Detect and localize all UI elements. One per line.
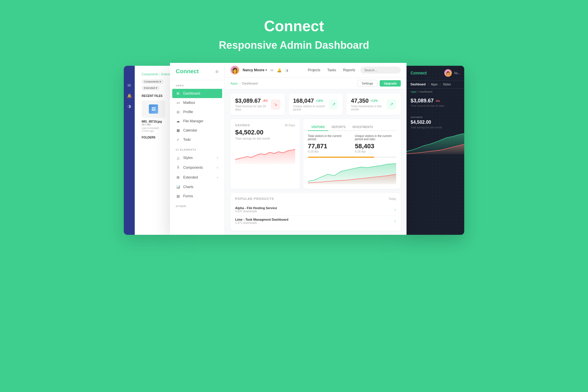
investments-value: 47,350	[351, 97, 368, 104]
sidebar-item-styles[interactable]: △ Styles +	[170, 153, 224, 163]
sidebar-item-file-manager[interactable]: ☁ File Manager	[170, 117, 224, 126]
revenue-label: Total revenue for last 20 days	[235, 105, 271, 111]
sidebar-item-calendar[interactable]: ▦ Calendar	[170, 126, 224, 135]
nav-bell-icon[interactable]: 🔔	[277, 68, 282, 72]
right-savings-label: SAVINGS	[407, 116, 464, 119]
right-savings-value: $4,502.00	[407, 119, 464, 126]
dashboard-sidebar: Connect ⊕ APPS ⊞ Dashboard ▭ Mailbox ◎ P…	[170, 63, 225, 235]
bell-icon[interactable]: 🔔	[127, 93, 132, 98]
left-file-panel: ✉ 🔔 ◑ Components › Extended Components ▾…	[124, 66, 170, 235]
breadcrumb-apps[interactable]: Apps	[231, 82, 238, 85]
visitors-bar-fill	[308, 157, 374, 158]
dash-layout: Connect ⊕ APPS ⊞ Dashboard ▭ Mailbox ◎ P…	[170, 63, 407, 235]
nav-reports[interactable]: Reports	[341, 68, 357, 72]
file-size: 657.9kb	[142, 123, 165, 126]
file-name: IMG_08719.jpg	[142, 120, 165, 123]
breadcrumb-bar: Apps / Dashboard Settings Upgrade	[225, 78, 407, 89]
nav-tasks[interactable]: Tasks	[325, 68, 338, 72]
visitors-col2-value: 58,403	[355, 142, 396, 150]
product-downloads-1: 1,971 downloads	[235, 221, 288, 224]
clock-icon[interactable]: ⊕	[215, 69, 219, 74]
moon-icon[interactable]: ◑	[128, 104, 131, 108]
user-name-text: Nancy Moore	[243, 68, 264, 72]
product-item-0: Alpha - File Hosting Service 4,037 downl…	[235, 204, 396, 215]
investments-badge: +12%	[370, 99, 378, 102]
hero-subtitle: Responsive Admin Dashboard	[6, 39, 582, 51]
savings-label: SAVINGS	[235, 124, 250, 127]
sidebar-item-dashboard[interactable]: ⊞ Dashboard	[172, 89, 222, 98]
sidebar-item-profile-label: Profile	[183, 110, 193, 114]
visitors-tabs: VISITORS REPORTS INVESTMENTS	[308, 124, 396, 131]
right-logo-text: Connect	[411, 71, 427, 75]
investments-label: Total Investments in this month	[351, 105, 387, 111]
styles-expand-icon[interactable]: +	[216, 155, 219, 160]
product-info-0: Alpha - File Hosting Service 4,037 downl…	[235, 206, 277, 213]
right-nav-styles[interactable]: Styles	[443, 83, 451, 86]
right-revenue-badge: -8%	[435, 100, 440, 102]
sidebar-item-extended[interactable]: ⊞ Extended +	[170, 172, 224, 182]
products-header: POPULAR PRODUCTS Today	[235, 197, 396, 200]
tab-investments[interactable]: INVESTMENTS	[349, 124, 377, 131]
extended-expand-icon[interactable]: +	[216, 175, 219, 180]
savings-sublabel: Total savings for last month	[235, 137, 295, 140]
tab-visitors[interactable]: VISITORS	[308, 124, 328, 131]
file-manager-icon: ☁	[176, 119, 180, 123]
breadcrumb-extended[interactable]: Extended	[161, 73, 170, 76]
product-info-1: Lime - Task Managment Dashboard 1,971 do…	[235, 218, 288, 224]
sidebar-item-profile[interactable]: ◎ Profile	[170, 107, 224, 117]
user-name-dropdown[interactable]: Nancy Moore ▾	[243, 68, 267, 72]
extended-pill[interactable]: Extended ▾	[142, 86, 160, 90]
right-avatar: 👩	[444, 69, 452, 77]
file-info: IMG_08719.jpg 657.9kb Last Accessed: 17m…	[142, 120, 165, 132]
components-expand-icon[interactable]: +	[216, 165, 219, 170]
settings-button[interactable]: Settings	[357, 80, 378, 87]
stat-card-visitors: 168,047 +16% Unique visitors in current …	[289, 93, 343, 115]
components-icon: ⠿	[176, 166, 180, 170]
hero-section: Connect Responsive Admin Dashboard	[0, 0, 588, 63]
stat-value-investments: 47,350 +12%	[351, 97, 387, 104]
tab-reports[interactable]: REPORTS	[328, 124, 349, 131]
forms-icon: ▤	[176, 194, 180, 198]
components-bar: Components ▾ Extended ▾	[142, 79, 165, 90]
app-showcase: ✉ 🔔 ◑ Components › Extended Components ▾…	[0, 63, 588, 246]
sidebar-item-charts[interactable]: 📊 Charts	[170, 182, 224, 192]
visitors-col1-title: Total visitors in the current period:	[308, 134, 349, 141]
sidebar-item-charts-label: Charts	[183, 185, 193, 189]
products-title: POPULAR PRODUCTS	[235, 197, 274, 200]
sidebar-item-forms[interactable]: ▤ Forms	[170, 192, 224, 201]
right-nav-apps[interactable]: Apps	[431, 83, 438, 86]
sidebar-item-file-manager-label: File Manager	[183, 119, 203, 123]
right-bc-dashboard: Dashboard	[420, 90, 432, 93]
styles-icon: △	[176, 156, 180, 160]
sidebar-item-todo[interactable]: ✓ Todo	[170, 135, 224, 144]
search-input[interactable]	[360, 67, 401, 74]
mail-icon[interactable]: ✉	[128, 83, 131, 88]
sidebar-item-mailbox[interactable]: ▭ Mailbox	[170, 98, 224, 107]
stat-value-visitors: 168,047 +16%	[293, 97, 329, 104]
apps-section-label: APPS	[170, 80, 224, 89]
upgrade-button[interactable]: Upgrade	[380, 80, 401, 87]
hero-title: Connect	[6, 17, 582, 35]
visitors-col2: Unique visitors in the current period an…	[355, 134, 396, 153]
todo-icon: ✓	[176, 138, 180, 142]
revenue-badge: -8%	[263, 99, 268, 102]
right-nav-dashboard[interactable]: Dashboard	[411, 83, 426, 86]
visitors-card: VISITORS REPORTS INVESTMENTS Total visit…	[303, 119, 401, 189]
left-icon-bar: ✉ 🔔 ◑	[124, 66, 135, 235]
nav-moon-icon[interactable]: ◑	[285, 68, 288, 72]
nav-projects[interactable]: Projects	[306, 68, 322, 72]
nav-mail-icon[interactable]: ✉	[270, 68, 274, 72]
right-bc-apps[interactable]: Apps	[411, 90, 417, 93]
visitors-stats: Total visitors in the current period: 77…	[308, 134, 396, 153]
stat-card-revenue: $3,089.67 -8% Total revenue for last 20 …	[231, 93, 285, 115]
revenue-icon: ↘	[271, 99, 280, 110]
stat-card-investments: 47,350 +12% Total Investments in this mo…	[346, 93, 401, 115]
breadcrumb-separator: /	[239, 82, 240, 85]
components-pill[interactable]: Components ▾	[142, 79, 163, 84]
stat-info-visitors: 168,047 +16% Unique visitors in current …	[293, 97, 329, 111]
investments-icon: ↗	[387, 99, 396, 110]
breadcrumb-dashboard: Dashboard	[242, 82, 258, 85]
stats-row: $3,089.67 -8% Total revenue for last 20 …	[225, 89, 407, 119]
breadcrumb-components[interactable]: Components	[142, 73, 158, 76]
sidebar-item-components[interactable]: ⠿ Components +	[170, 163, 224, 172]
